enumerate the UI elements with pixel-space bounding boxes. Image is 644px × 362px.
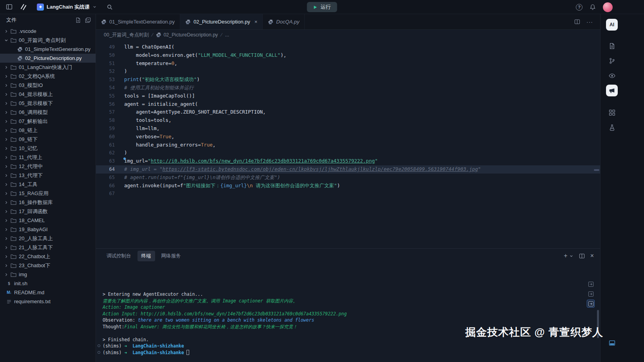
new-file-icon[interactable]: [75, 17, 81, 23]
preview-eye-icon[interactable]: [606, 70, 618, 81]
tree-folder-item[interactable]: 05_提示模板下: [0, 99, 96, 108]
tree-file-item[interactable]: 01_SimpleTextGeneration.py: [0, 45, 96, 54]
bottom-panel: 调试控制台终端网络服务 + × > Entering new AgentExec…: [96, 248, 600, 362]
main-area: 文件 .vscode00_开篇词_奇点时刻01_SimpleTextGenera…: [0, 14, 644, 362]
chevron-down-icon[interactable]: [569, 254, 573, 258]
apps-grid-icon[interactable]: [606, 107, 618, 118]
panel-tab[interactable]: 网络服务: [157, 251, 185, 261]
user-avatar[interactable]: [603, 2, 613, 12]
breadcrumb[interactable]: 00_开篇词_奇点时刻 ∕ 02_PictureDescription.py ∕…: [96, 30, 600, 40]
code-line[interactable]: 53print("初始化大语言模型成功"): [96, 76, 600, 84]
code-line[interactable]: 61 handle_parsing_errors=True,: [96, 141, 600, 149]
code-editor[interactable]: 49llm = ChatOpenAI(50 model=os.environ.g…: [96, 40, 600, 248]
close-panel-icon[interactable]: ×: [590, 253, 594, 259]
editor-tab[interactable]: 02_PictureDescription.py×: [180, 14, 263, 29]
tree-folder-item[interactable]: 00_开篇词_奇点时刻: [0, 36, 96, 45]
panel-tab[interactable]: 终端: [137, 251, 155, 261]
new-terminal-icon[interactable]: +: [564, 253, 567, 259]
code-line[interactable]: 56agent = initialize_agent(: [96, 100, 600, 109]
tree-folder-item[interactable]: 01_LangChain快速入门: [0, 63, 96, 72]
explorer-title: 文件: [6, 16, 16, 24]
workspace-selector[interactable]: LangChain 实战课: [34, 2, 100, 12]
tree-file-item[interactable]: $init.sh: [0, 279, 96, 288]
code-line[interactable]: 63img_url="http://i0.hdslb.com/bfs/new_d…: [96, 157, 600, 165]
tree-folder-item[interactable]: 17_回调函数: [0, 207, 96, 216]
tree-folder-item[interactable]: 02_文档QA系统: [0, 72, 96, 81]
breadcrumb-file[interactable]: 02_PictureDescription.py: [163, 32, 218, 38]
tree-folder-item[interactable]: 16_操作数据库: [0, 198, 96, 207]
tree-folder-item[interactable]: 09_链下: [0, 135, 96, 144]
split-panel-icon[interactable]: [579, 253, 585, 259]
source-control-icon[interactable]: [606, 55, 618, 67]
more-actions-icon[interactable]: ···: [586, 19, 593, 25]
tree-folder-item[interactable]: 18_CAMEL: [0, 216, 96, 225]
bell-icon[interactable]: [588, 3, 597, 11]
tree-folder-item[interactable]: 03_模型IO: [0, 81, 96, 90]
toggle-panel-icon[interactable]: [606, 337, 618, 349]
tree-folder-item[interactable]: 08_链上: [0, 126, 96, 135]
tree-folder-item[interactable]: 23_Chatbot下: [0, 261, 96, 270]
ai-assistant-badge[interactable]: AI: [606, 19, 618, 31]
split-editor-icon[interactable]: [574, 19, 580, 25]
terminal-open-editor-icon[interactable]: [587, 300, 595, 308]
close-icon[interactable]: ×: [254, 19, 257, 25]
code-line[interactable]: 57 agent=AgentType.ZERO_SHOT_REACT_DESCR…: [96, 108, 600, 116]
code-line[interactable]: 62): [96, 149, 600, 157]
tree-folder-item[interactable]: 07_解析输出: [0, 117, 96, 126]
tree-folder-item[interactable]: 13_代理下: [0, 171, 96, 180]
terminal-scrollbar[interactable]: [597, 310, 599, 338]
tree-file-item[interactable]: requirements.txt: [0, 297, 96, 306]
tree-folder-item[interactable]: 19_BabyAGI: [0, 225, 96, 234]
code-line[interactable]: 54# 使用工具初始化智能体并运行: [96, 84, 600, 92]
tree-folder-item[interactable]: img: [0, 270, 96, 279]
tree-folder-item[interactable]: 12_代理中: [0, 162, 96, 171]
docs-icon[interactable]: [606, 40, 618, 52]
run-button[interactable]: 运行: [307, 2, 337, 12]
workspace-name: LangChain 实战课: [47, 4, 90, 11]
code-line[interactable]: 51 temperature=0,: [96, 60, 600, 68]
search-icon[interactable]: [105, 3, 114, 11]
tree-folder-item[interactable]: 06_调用模型: [0, 108, 96, 117]
code-line[interactable]: 60 verbose=True,: [96, 133, 600, 141]
code-line[interactable]: 64# img_url = "https://lf3-static.bytedn…: [96, 165, 600, 174]
terminal-line: Action Input: http://i0.hdslb.com/bfs/ne…: [103, 311, 600, 317]
breadcrumb-more[interactable]: ...: [225, 32, 229, 38]
code-line[interactable]: 49llm = ChatOpenAI(: [96, 43, 600, 51]
help-icon[interactable]: ?: [576, 4, 582, 11]
code-line[interactable]: 66agent.invoke(input=f"图片链接如下：{img_url}\…: [96, 182, 600, 190]
code-line[interactable]: 58 tools=tools,: [96, 116, 600, 125]
tree-folder-item[interactable]: 20_人脉工具上: [0, 234, 96, 243]
tree-folder-item[interactable]: 14_工具: [0, 180, 96, 189]
terminal-open-editor-icon[interactable]: [587, 280, 595, 288]
editor-hscrollbar[interactable]: [594, 169, 599, 171]
tree-folder-item[interactable]: 15_RAG应用: [0, 189, 96, 198]
chevron-down-icon: [92, 5, 97, 9]
tree-file-item[interactable]: M↓README.md: [0, 288, 96, 297]
terminal-open-editor-icon[interactable]: [587, 290, 595, 298]
editor-tab[interactable]: 01_SimpleTextGeneration.py: [96, 14, 180, 29]
terminal-line: (shims) ➜ LangChain-shizhanke: [103, 349, 600, 356]
terminal-line: [103, 330, 600, 337]
tree-folder-item[interactable]: 10_记忆: [0, 144, 96, 153]
code-line[interactable]: 55tools = [ImageCapTool()]: [96, 92, 600, 100]
editor-group: 01_SimpleTextGeneration.py02_PictureDesc…: [96, 14, 600, 362]
tests-flask-icon[interactable]: [606, 121, 618, 133]
panel-tab[interactable]: 调试控制台: [103, 251, 135, 261]
collapse-all-icon[interactable]: [85, 17, 91, 23]
tree-folder-item[interactable]: .vscode: [0, 27, 96, 36]
tree-file-item[interactable]: 02_PictureDescription.py: [0, 54, 96, 63]
active-tool-badge[interactable]: [606, 85, 618, 96]
tree-folder-item[interactable]: 22_Chatbot上: [0, 252, 96, 261]
code-line[interactable]: 50 model=os.environ.get("LLM_MODEL_4K_FU…: [96, 51, 600, 60]
editor-tab[interactable]: DocQA.py: [263, 14, 305, 29]
code-line[interactable]: 65# agent.run(input=f"{img_url}\n请创作合适的中…: [96, 174, 600, 182]
terminal-output[interactable]: > Entering new AgentExecutor chain...需要先…: [96, 263, 600, 362]
code-line[interactable]: 52): [96, 67, 600, 76]
code-line[interactable]: 59 llm=llm,: [96, 125, 600, 133]
toggle-sidebar-icon[interactable]: [5, 3, 13, 11]
tree-folder-item[interactable]: 11_代理上: [0, 153, 96, 162]
code-line[interactable]: 67: [96, 190, 600, 198]
breadcrumb-folder[interactable]: 00_开篇词_奇点时刻: [104, 32, 149, 38]
tree-folder-item[interactable]: 21_人脉工具下: [0, 243, 96, 252]
tree-folder-item[interactable]: 04_提示模板上: [0, 90, 96, 99]
